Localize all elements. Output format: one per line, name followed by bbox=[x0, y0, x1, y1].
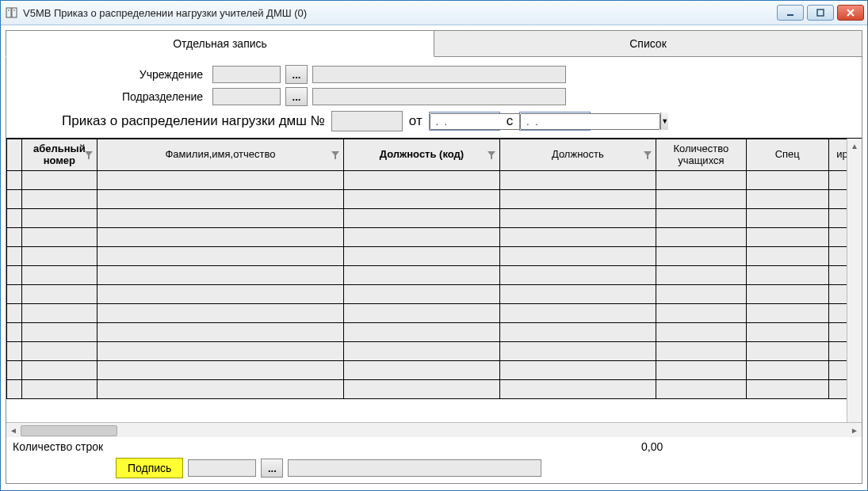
table-cell[interactable] bbox=[98, 247, 344, 266]
table-cell[interactable] bbox=[656, 190, 746, 209]
table-cell[interactable] bbox=[656, 323, 746, 342]
organization-combo[interactable]: ▼ bbox=[212, 66, 281, 83]
signature-text[interactable] bbox=[288, 459, 541, 477]
table-cell[interactable] bbox=[746, 323, 828, 342]
table-cell[interactable] bbox=[746, 266, 828, 285]
table-cell[interactable] bbox=[7, 266, 22, 285]
table-cell[interactable] bbox=[98, 380, 344, 399]
col-students[interactable]: Количество учащихся bbox=[656, 139, 746, 171]
table-row[interactable] bbox=[7, 209, 862, 228]
table-cell[interactable] bbox=[21, 190, 97, 209]
table-cell[interactable] bbox=[746, 190, 828, 209]
table-cell[interactable] bbox=[656, 304, 746, 323]
table-cell[interactable] bbox=[746, 304, 828, 323]
table-cell[interactable] bbox=[98, 266, 344, 285]
table-cell[interactable] bbox=[656, 209, 746, 228]
table-cell[interactable] bbox=[656, 285, 746, 304]
filter-icon[interactable] bbox=[83, 150, 94, 161]
organization-browse-button[interactable]: ... bbox=[285, 65, 308, 84]
table-cell[interactable] bbox=[7, 228, 22, 247]
table-cell[interactable] bbox=[499, 247, 656, 266]
table-cell[interactable] bbox=[343, 380, 499, 399]
organization-text-input[interactable] bbox=[313, 67, 565, 82]
order-from-date[interactable]: ▼ bbox=[429, 112, 500, 131]
table-cell[interactable] bbox=[656, 266, 746, 285]
table-cell[interactable] bbox=[499, 285, 656, 304]
table-cell[interactable] bbox=[98, 171, 344, 190]
table-cell[interactable] bbox=[21, 285, 97, 304]
organization-text[interactable] bbox=[312, 66, 566, 83]
table-row[interactable] bbox=[7, 190, 862, 209]
table-cell[interactable] bbox=[656, 247, 746, 266]
minimize-button[interactable] bbox=[777, 5, 804, 21]
table-cell[interactable] bbox=[21, 209, 97, 228]
signature-button[interactable]: Подпись bbox=[116, 458, 183, 478]
table-cell[interactable] bbox=[7, 285, 22, 304]
scroll-left-icon[interactable]: ◄ bbox=[6, 423, 21, 437]
table-cell[interactable] bbox=[98, 342, 344, 361]
table-cell[interactable] bbox=[7, 209, 22, 228]
table-cell[interactable] bbox=[499, 361, 656, 380]
table-cell[interactable] bbox=[21, 323, 97, 342]
table-cell[interactable] bbox=[98, 209, 344, 228]
signature-browse-button[interactable]: ... bbox=[261, 459, 283, 478]
col-selector[interactable] bbox=[7, 139, 22, 171]
table-cell[interactable] bbox=[7, 190, 22, 209]
table-cell[interactable] bbox=[343, 247, 499, 266]
table-cell[interactable] bbox=[656, 342, 746, 361]
table-cell[interactable] bbox=[98, 285, 344, 304]
department-browse-button[interactable]: ... bbox=[285, 87, 308, 106]
table-cell[interactable] bbox=[21, 304, 97, 323]
table-row[interactable] bbox=[7, 247, 862, 266]
table-cell[interactable] bbox=[343, 266, 499, 285]
department-combo[interactable]: ▼ bbox=[212, 88, 281, 105]
table-cell[interactable] bbox=[7, 247, 22, 266]
table-cell[interactable] bbox=[499, 380, 656, 399]
order-number-field[interactable] bbox=[331, 111, 403, 131]
table-cell[interactable] bbox=[7, 380, 22, 399]
col-spec[interactable]: Спец bbox=[746, 139, 828, 171]
table-cell[interactable] bbox=[21, 266, 97, 285]
table-row[interactable] bbox=[7, 171, 862, 190]
maximize-button[interactable] bbox=[807, 5, 834, 21]
table-cell[interactable] bbox=[343, 190, 499, 209]
table-row[interactable] bbox=[7, 285, 862, 304]
table-cell[interactable] bbox=[746, 361, 828, 380]
table-cell[interactable] bbox=[7, 342, 22, 361]
table-cell[interactable] bbox=[656, 380, 746, 399]
table-cell[interactable] bbox=[499, 304, 656, 323]
table-cell[interactable] bbox=[343, 285, 499, 304]
filter-icon[interactable] bbox=[330, 150, 341, 161]
table-cell[interactable] bbox=[656, 361, 746, 380]
table-cell[interactable] bbox=[343, 171, 499, 190]
table-cell[interactable] bbox=[499, 323, 656, 342]
table-cell[interactable] bbox=[343, 342, 499, 361]
table-cell[interactable] bbox=[343, 209, 499, 228]
filter-icon[interactable] bbox=[642, 150, 653, 161]
close-button[interactable] bbox=[837, 5, 864, 21]
col-post[interactable]: Должность bbox=[499, 139, 656, 171]
table-cell[interactable] bbox=[746, 171, 828, 190]
scroll-thumb[interactable] bbox=[21, 425, 117, 436]
signature-text-input[interactable] bbox=[289, 460, 541, 476]
department-text[interactable] bbox=[312, 88, 566, 105]
table-cell[interactable] bbox=[7, 361, 22, 380]
table-cell[interactable] bbox=[98, 304, 344, 323]
table-cell[interactable] bbox=[746, 228, 828, 247]
table-cell[interactable] bbox=[343, 228, 499, 247]
dropdown-icon[interactable]: ▼ bbox=[660, 112, 668, 130]
table-cell[interactable] bbox=[746, 247, 828, 266]
table-row[interactable] bbox=[7, 323, 862, 342]
table-cell[interactable] bbox=[98, 228, 344, 247]
scroll-track[interactable] bbox=[21, 424, 847, 436]
vertical-scrollbar[interactable]: ▲ bbox=[847, 139, 862, 422]
table-row[interactable] bbox=[7, 304, 862, 323]
table-cell[interactable] bbox=[7, 304, 22, 323]
filter-icon[interactable] bbox=[486, 150, 497, 161]
table-cell[interactable] bbox=[656, 228, 746, 247]
col-fio[interactable]: Фамилия,имя,отчество bbox=[98, 139, 344, 171]
table-cell[interactable] bbox=[21, 342, 97, 361]
table-cell[interactable] bbox=[21, 361, 97, 380]
department-text-input[interactable] bbox=[313, 89, 565, 105]
order-number-input[interactable] bbox=[332, 112, 402, 131]
